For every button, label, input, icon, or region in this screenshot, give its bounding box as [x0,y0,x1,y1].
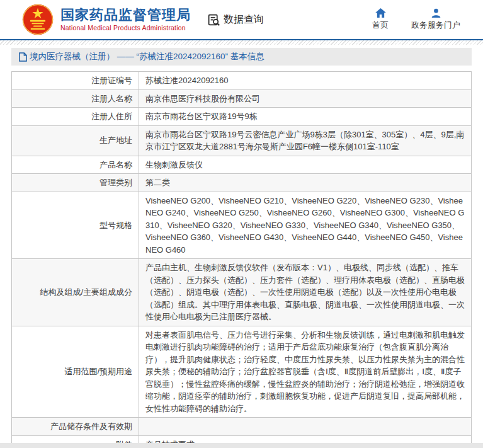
table-row: 生产地址南京市雨花台区宁双路19号云密信息产业广场9栋3层（除301室、305室… [12,125,472,156]
data-query-icon [207,13,220,26]
row-label: 型号规格 [12,192,139,259]
document-icon [19,52,27,62]
site-header: 国家药品监督管理局 National Medical Products Admi… [0,0,483,39]
nav-home-label: 首页 [372,20,389,31]
info-table-body: 注册证编号苏械注准20242092160注册人名称南京伟思医疗科技股份有限公司注… [12,72,472,448]
nav-data-query[interactable]: 数据查询 [207,13,264,26]
table-row: 型号规格VisheeNEO G200、VisheeNEO G210、Vishee… [12,192,472,259]
table-row: 注册人住所南京市雨花台区宁双路19号9栋 [12,108,472,126]
nav-portal-label: 政务服务门户 [411,20,460,31]
row-value: 苏械注准20242092160 [139,72,472,90]
main-content: 境内医疗器械（注册） —— “苏械注准20242092160” 基本信息 注册证… [11,48,472,448]
row-value: 南京市雨花台区宁双路19号9栋 [139,108,472,126]
row-value: 南京伟思医疗科技股份有限公司 [139,89,472,108]
row-label: 适用范围/预期用途 [12,326,139,418]
breadcrumb-text: 境内医疗器械（注册） —— “苏械注准20242092160” 基本信息 [30,51,264,62]
row-label: 注册人住所 [12,108,139,126]
table-row: 产品名称生物刺激反馈仪 [12,156,472,174]
row-value [139,418,472,436]
breadcrumb: 境内医疗器械（注册） —— “苏械注准20242092160” 基本信息 [11,48,472,66]
row-label: 管理类别 [12,174,139,192]
row-label: 结构及组成/主要组成成分 [12,259,139,326]
registration-info-table-wrap: 注册证编号苏械注准20242092160注册人名称南京伟思医疗科技股份有限公司注… [11,71,472,448]
nav-portal[interactable]: 政务服务门户 [411,8,460,31]
table-row: 结构及组成/主要组成成分产品由主机、生物刺激反馈仪软件（发布版本：V1）、电极线… [12,259,472,326]
national-emblem-logo [21,3,54,36]
top-nav: 首页 政务服务门户 [372,8,460,31]
home-icon [375,8,386,18]
row-value: 生物刺激反馈仪 [139,156,472,174]
row-label: 生产地址 [12,125,139,156]
table-row: 注册证编号苏械注准20242092160 [12,72,472,90]
site-title: 国家药品监督管理局 [60,8,191,23]
row-label: 注册人名称 [12,89,139,108]
nav-home[interactable]: 首页 [372,8,389,31]
page-footer-strip [0,443,483,448]
table-row: 适用范围/预期用途对患者表面肌电信号、压力信号进行采集、分析和生物反馈训练，通过… [12,326,472,418]
table-row: 注册人名称南京伟思医疗科技股份有限公司 [12,89,472,108]
row-value: 第二类 [139,174,472,192]
hatch-strip [0,40,483,45]
row-label: 产品名称 [12,156,139,174]
registration-info-table: 注册证编号苏械注准20242092160注册人名称南京伟思医疗科技股份有限公司注… [11,71,472,448]
row-label: 产品储存条件及有效期 [12,418,139,436]
site-subtitle: National Medical Products Administration [60,24,191,32]
row-value: 对患者表面肌电信号、压力信号进行采集、分析和生物反馈训练，通过电刺激和肌电触发电… [139,326,472,418]
user-icon [431,8,441,18]
row-value: 南京市雨花台区宁双路19号云密信息产业广场9栋3层（除301室、305室）、4层… [139,125,472,156]
data-query-label: 数据查询 [224,13,264,26]
table-row: 产品储存条件及有效期 [12,418,472,436]
site-title-block: 国家药品监督管理局 National Medical Products Admi… [60,8,191,32]
row-label: 注册证编号 [12,72,139,90]
row-value: VisheeNEO G200、VisheeNEO G210、VisheeNEO … [139,192,472,259]
table-row: 管理类别第二类 [12,174,472,192]
row-value: 产品由主机、生物刺激反馈仪软件（发布版本：V1）、电极线、同步线（选配）、推车（… [139,259,472,326]
